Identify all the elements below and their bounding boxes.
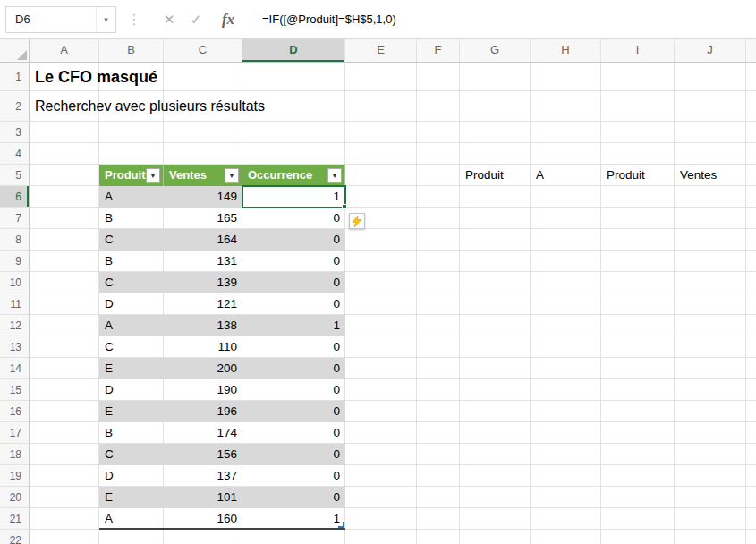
- row-header-13[interactable]: 13: [0, 336, 30, 358]
- row-header-10[interactable]: 10: [0, 272, 30, 293]
- row-header-22[interactable]: 22: [0, 530, 30, 544]
- cell-D16[interactable]: 0: [242, 401, 345, 422]
- cell-C13[interactable]: 110: [164, 336, 242, 358]
- row-header-9[interactable]: 9: [0, 251, 30, 272]
- cell-B18[interactable]: C: [99, 444, 164, 465]
- cell-C12[interactable]: 138: [164, 315, 242, 336]
- cell-B7[interactable]: B: [99, 208, 164, 229]
- table-header-occurrence[interactable]: Occurrence▼: [242, 165, 345, 186]
- cell-C21[interactable]: 160: [164, 508, 242, 530]
- cell-C6[interactable]: 149: [164, 186, 242, 208]
- row-header-12[interactable]: 12: [0, 315, 30, 336]
- cell-C10[interactable]: 139: [164, 272, 242, 293]
- column-header-E[interactable]: E: [345, 39, 417, 62]
- cell-D10[interactable]: 0: [242, 272, 345, 293]
- row-header-19[interactable]: 19: [0, 465, 30, 487]
- cell-D19[interactable]: 0: [242, 465, 345, 487]
- cell-C16[interactable]: 196: [164, 401, 242, 422]
- cell-B8[interactable]: C: [99, 229, 164, 251]
- cell-B13[interactable]: C: [99, 336, 164, 358]
- name-box-dropdown-icon[interactable]: ▾: [96, 7, 115, 32]
- cell-B10[interactable]: C: [99, 272, 164, 293]
- insert-function-button[interactable]: fx: [215, 6, 242, 33]
- cell-D17[interactable]: 0: [242, 422, 345, 444]
- row-header-15[interactable]: 15: [0, 379, 30, 401]
- cell-D20[interactable]: 0: [242, 487, 345, 508]
- row-header-11[interactable]: 11: [0, 293, 30, 315]
- cell-B20[interactable]: E: [99, 487, 164, 508]
- row-header-18[interactable]: 18: [0, 444, 30, 465]
- table-header-produit[interactable]: Produit▼: [99, 165, 164, 186]
- table-resize-handle[interactable]: [338, 522, 344, 528]
- cell-D14[interactable]: 0: [242, 358, 345, 379]
- row-header-6[interactable]: 6: [0, 186, 30, 208]
- formula-input[interactable]: =IF([@Produit]=$H$5,1,0): [262, 13, 396, 26]
- row-header-7[interactable]: 7: [0, 208, 30, 229]
- column-header-G[interactable]: G: [460, 39, 531, 62]
- column-header-B[interactable]: B: [99, 39, 164, 62]
- name-box[interactable]: D6 ▾: [5, 6, 116, 33]
- cell-D15[interactable]: 0: [242, 379, 345, 401]
- row-header-2[interactable]: 2: [0, 91, 30, 122]
- cell-B21[interactable]: A: [99, 508, 164, 530]
- row-header-4[interactable]: 4: [0, 143, 30, 165]
- row-header-3[interactable]: 3: [0, 122, 30, 143]
- enter-button[interactable]: ✓: [183, 6, 209, 33]
- cell-J5[interactable]: Ventes: [675, 165, 746, 186]
- cell-D12[interactable]: 1: [242, 315, 345, 336]
- cell-D13[interactable]: 0: [242, 336, 345, 358]
- cell-C15[interactable]: 190: [164, 379, 242, 401]
- cell-B15[interactable]: D: [99, 379, 164, 401]
- column-header-C[interactable]: C: [164, 39, 242, 62]
- autofill-options-button[interactable]: [349, 213, 365, 229]
- filter-dropdown-button[interactable]: ▼: [146, 168, 160, 183]
- cell-D9[interactable]: 0: [242, 251, 345, 272]
- cell-C20[interactable]: 101: [164, 487, 242, 508]
- row-header-14[interactable]: 14: [0, 358, 30, 379]
- filter-dropdown-button[interactable]: ▼: [225, 168, 239, 183]
- filter-dropdown-button[interactable]: ▼: [327, 168, 342, 183]
- cell-D6[interactable]: 1: [242, 186, 345, 208]
- row-header-17[interactable]: 17: [0, 422, 30, 444]
- cell-H5[interactable]: A: [531, 165, 601, 186]
- cell-B11[interactable]: D: [99, 293, 164, 315]
- cancel-button[interactable]: ✕: [156, 6, 183, 33]
- cell-C19[interactable]: 137: [164, 465, 242, 487]
- column-header-H[interactable]: H: [531, 39, 601, 62]
- cell-B6[interactable]: A: [99, 186, 164, 208]
- row-header-1[interactable]: 1: [0, 63, 30, 91]
- cell-B17[interactable]: B: [99, 422, 164, 444]
- cell-C14[interactable]: 200: [164, 358, 242, 379]
- column-header-J[interactable]: J: [675, 39, 746, 62]
- row-header-8[interactable]: 8: [0, 229, 30, 251]
- row-header-21[interactable]: 21: [0, 508, 30, 530]
- cell-B9[interactable]: B: [99, 251, 164, 272]
- fill-handle[interactable]: [342, 204, 347, 209]
- cell-D7[interactable]: 0: [242, 208, 345, 229]
- cell-B12[interactable]: A: [99, 315, 164, 336]
- cell-C18[interactable]: 156: [164, 444, 242, 465]
- cell-C11[interactable]: 121: [164, 293, 242, 315]
- column-header-D[interactable]: D: [242, 39, 345, 62]
- column-header-I[interactable]: I: [601, 39, 675, 62]
- cell-D8[interactable]: 0: [242, 229, 345, 251]
- row-header-16[interactable]: 16: [0, 401, 30, 422]
- cell-G5[interactable]: Produit: [460, 165, 531, 186]
- cell-C9[interactable]: 131: [164, 251, 242, 272]
- select-all-button[interactable]: [0, 39, 30, 62]
- table-header-ventes[interactable]: Ventes▼: [164, 165, 242, 186]
- cell-D21[interactable]: 1: [242, 508, 345, 530]
- column-header-F[interactable]: F: [417, 39, 460, 62]
- cell-C17[interactable]: 174: [164, 422, 242, 444]
- cell-D18[interactable]: 0: [242, 444, 345, 465]
- cell-A1-title[interactable]: Le CFO masqué: [30, 63, 99, 91]
- cell-B14[interactable]: E: [99, 358, 164, 379]
- cell-C8[interactable]: 164: [164, 229, 242, 251]
- cell-A2-subtitle[interactable]: Recherchev avec plusieurs résultats: [30, 91, 99, 122]
- cell-B16[interactable]: E: [99, 401, 164, 422]
- row-header-5[interactable]: 5: [0, 165, 30, 186]
- cell-C7[interactable]: 165: [164, 208, 242, 229]
- column-header-A[interactable]: A: [30, 39, 99, 62]
- cell-D11[interactable]: 0: [242, 293, 345, 315]
- cell-I5[interactable]: Produit: [601, 165, 675, 186]
